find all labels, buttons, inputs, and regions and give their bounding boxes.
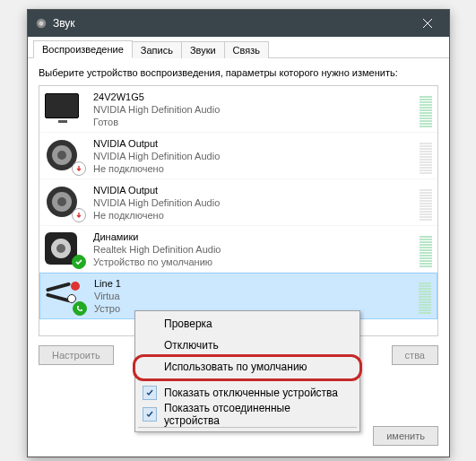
device-item[interactable]: NVIDIA Output NVIDIA High Definition Aud… bbox=[39, 133, 437, 179]
menu-item-set-default[interactable]: Использовать по умолчанию bbox=[137, 356, 358, 378]
instruction-text: Выберите устройство воспроизведения, пар… bbox=[39, 67, 438, 78]
disconnected-badge-icon bbox=[72, 208, 86, 222]
menu-item-show-disconnected[interactable]: Показать отсоединенные устройства bbox=[137, 404, 358, 425]
level-meter bbox=[420, 185, 432, 221]
level-meter bbox=[420, 138, 432, 174]
device-driver: NVIDIA High Definition Audio bbox=[93, 150, 416, 162]
comm-badge-icon bbox=[73, 301, 87, 316]
device-status: Готов bbox=[93, 116, 416, 128]
dialog-buttons: именить bbox=[373, 426, 438, 446]
menu-separator bbox=[138, 379, 357, 380]
device-name: NVIDIA Output bbox=[93, 137, 416, 150]
device-item[interactable]: NVIDIA Output NVIDIA High Definition Aud… bbox=[39, 179, 437, 226]
device-name: Динамики bbox=[93, 230, 416, 243]
device-status: Не подключено bbox=[93, 209, 416, 222]
properties-button[interactable]: ства bbox=[392, 345, 438, 365]
device-name: Line 1 bbox=[94, 277, 415, 290]
device-driver: Realtek High Definition Audio bbox=[93, 243, 416, 256]
tab-sounds[interactable]: Звуки bbox=[181, 41, 225, 58]
menu-separator bbox=[138, 427, 357, 428]
device-name: 24V2W1G5 bbox=[93, 91, 416, 103]
check-icon bbox=[143, 407, 157, 422]
device-item[interactable]: Динамики Realtek High Definition Audio У… bbox=[39, 226, 437, 273]
monitor-icon bbox=[45, 91, 84, 127]
close-button[interactable] bbox=[410, 10, 446, 37]
speaker-icon bbox=[45, 231, 84, 267]
svg-point-1 bbox=[39, 21, 43, 25]
wheel-icon bbox=[45, 138, 84, 174]
tab-playback[interactable]: Воспроизведение bbox=[33, 40, 133, 58]
tab-strip: Воспроизведение Запись Звуки Связь bbox=[28, 37, 449, 58]
device-list[interactable]: 24V2W1G5 NVIDIA High Definition Audio Го… bbox=[39, 85, 438, 336]
wheel-icon bbox=[45, 185, 84, 221]
window-title: Звук bbox=[53, 17, 410, 30]
device-driver: Virtua bbox=[94, 290, 415, 302]
level-meter bbox=[420, 231, 432, 267]
disconnected-badge-icon bbox=[72, 161, 86, 176]
device-status: Не подключено bbox=[93, 162, 416, 175]
device-driver: NVIDIA High Definition Audio bbox=[93, 196, 416, 209]
configure-button[interactable]: Настроить bbox=[39, 345, 114, 365]
check-icon bbox=[143, 386, 157, 400]
apply-button[interactable]: именить bbox=[373, 426, 438, 446]
tab-communications[interactable]: Связь bbox=[224, 41, 269, 58]
device-name: NVIDIA Output bbox=[93, 184, 416, 196]
level-meter bbox=[420, 91, 432, 127]
cable-icon bbox=[46, 278, 85, 314]
device-status: Устройство по умолчанию bbox=[93, 256, 416, 268]
app-icon bbox=[35, 17, 48, 30]
context-menu[interactable]: Проверка Отключить Использовать по умолч… bbox=[134, 310, 360, 432]
menu-item-disable[interactable]: Отключить bbox=[137, 335, 358, 356]
menu-item-test[interactable]: Проверка bbox=[137, 313, 358, 335]
level-meter bbox=[419, 278, 431, 314]
tab-recording[interactable]: Запись bbox=[132, 41, 182, 58]
device-item[interactable]: 24V2W1G5 NVIDIA High Definition Audio Го… bbox=[39, 86, 437, 133]
default-badge-icon bbox=[72, 255, 86, 269]
titlebar[interactable]: Звук bbox=[28, 10, 449, 37]
menu-item-show-disabled[interactable]: Показать отключенные устройства bbox=[137, 382, 358, 404]
device-driver: NVIDIA High Definition Audio bbox=[93, 103, 416, 116]
